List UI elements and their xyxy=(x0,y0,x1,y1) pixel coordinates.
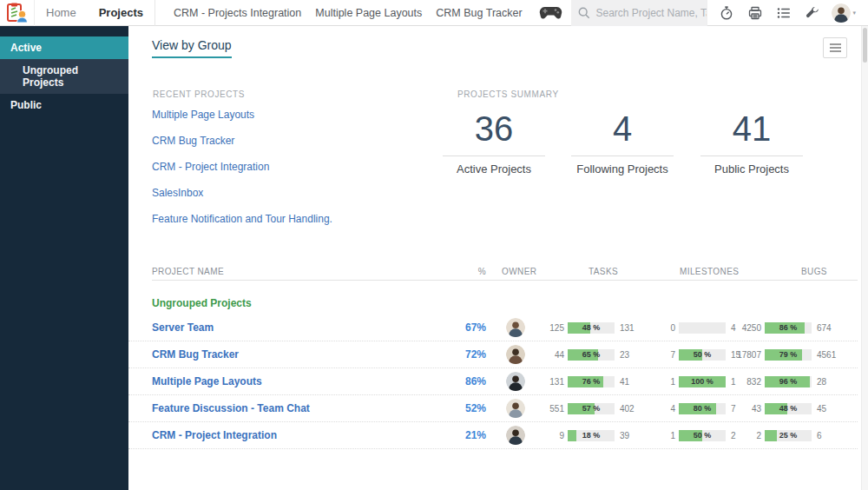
bugs-open-count: 4250 xyxy=(720,315,761,341)
owner-avatar[interactable] xyxy=(506,372,525,391)
topbar: Home Projects CRM - Projects Integration… xyxy=(0,0,868,26)
recent-link-crm-bug-tracker[interactable]: CRM Bug Tracker xyxy=(152,135,234,147)
stat-public-projects: 41 Public Projects xyxy=(682,109,821,175)
project-percent-link[interactable]: 67% xyxy=(465,321,486,334)
recent-link-salesinbox[interactable]: SalesInbox xyxy=(152,187,203,199)
tasks-open-count: 125 xyxy=(523,315,564,341)
project-group-label: Ungrouped Projects xyxy=(152,297,252,309)
tab-multiple-page-layouts[interactable]: Multiple Page Layouts xyxy=(308,0,429,26)
table-row: CRM - Project Integration 21% 9 18 % 39 … xyxy=(128,422,858,449)
tasks-progress-bar: 18 % xyxy=(568,422,615,449)
tab-crm-projects-integration[interactable]: CRM - Projects Integration xyxy=(167,0,308,26)
milestones-open-count: 0 xyxy=(635,315,675,341)
owner-avatar[interactable] xyxy=(506,399,525,418)
topbar-right: ▾ xyxy=(539,0,868,26)
bugs-progress-bar: 79 % xyxy=(765,341,812,368)
app-logo-icon[interactable] xyxy=(0,0,35,26)
user-avatar xyxy=(832,3,851,23)
recent-link-feature-notification[interactable]: Feature Notification and Tour Handling. xyxy=(152,213,332,225)
project-percent-link[interactable]: 72% xyxy=(465,348,486,361)
project-link[interactable]: CRM Bug Tracker xyxy=(152,348,239,361)
search-box xyxy=(571,0,707,26)
table-row: Feature Discussion - Team Chat 52% 551 5… xyxy=(128,395,858,422)
stat-value: 4 xyxy=(553,109,692,149)
col-header-owner: OWNER xyxy=(502,267,536,276)
stat-active-projects: 36 Active Projects xyxy=(424,109,563,175)
tasks-progress-bar: 65 % xyxy=(568,341,615,368)
bugs-progress-bar: 86 % xyxy=(765,315,812,341)
bugs-progress-bar: 96 % xyxy=(765,368,812,395)
recent-project-tabs: CRM - Projects Integration Multiple Page… xyxy=(155,0,529,26)
printer-icon[interactable] xyxy=(748,6,762,20)
tasks-progress-bar: 57 % xyxy=(568,395,615,422)
layout-menu-button[interactable] xyxy=(823,37,847,58)
stat-label: Following Projects xyxy=(553,162,692,175)
divider xyxy=(152,280,858,281)
recent-link-multiple-page-layouts[interactable]: Multiple Page Layouts xyxy=(152,109,254,121)
milestones-open-count: 1 xyxy=(635,368,675,395)
milestones-progress-bar: 50 % xyxy=(679,341,726,368)
col-header-milestones: MILESTONES xyxy=(680,267,739,276)
project-link[interactable]: Server Team xyxy=(152,321,214,334)
bugs-closed-count: 674 xyxy=(817,315,832,341)
owner-avatar[interactable] xyxy=(506,345,525,364)
divider xyxy=(571,156,674,156)
bugs-open-count: 2 xyxy=(720,422,761,449)
project-percent-link[interactable]: 52% xyxy=(465,402,486,414)
recent-link-crm-project-integration[interactable]: CRM - Project Integration xyxy=(152,161,269,173)
sidebar: Active Ungrouped Projects Public xyxy=(0,26,128,490)
timer-icon[interactable] xyxy=(720,6,733,20)
view-by-group-selector[interactable]: View by Group xyxy=(152,38,232,58)
sidebar-item-active[interactable]: Active xyxy=(0,36,128,59)
bugs-closed-count: 45 xyxy=(817,395,826,422)
nav-projects[interactable]: Projects xyxy=(88,0,155,26)
feed-icon[interactable] xyxy=(777,6,791,20)
tasks-closed-count: 402 xyxy=(620,395,635,422)
nav-home[interactable]: Home xyxy=(35,0,88,26)
tasks-closed-count: 41 xyxy=(620,368,629,395)
vertical-scrollbar[interactable] xyxy=(861,26,868,490)
gamepad-icon[interactable] xyxy=(539,6,562,19)
recent-projects-title: RECENT PROJECTS xyxy=(153,89,245,99)
stat-label: Active Projects xyxy=(424,162,563,175)
search-icon xyxy=(578,7,590,19)
table-row: CRM Bug Tracker 72% 44 65 % 23 7 50 % 15… xyxy=(128,341,858,368)
tasks-open-count: 9 xyxy=(523,422,564,449)
hamburger-icon xyxy=(830,43,841,45)
milestones-progress-bar: 100 % xyxy=(679,368,726,395)
topbar-icons xyxy=(707,0,832,26)
divider xyxy=(700,156,803,156)
project-link[interactable]: Multiple Page Layouts xyxy=(152,375,262,387)
project-percent-link[interactable]: 21% xyxy=(465,429,486,441)
tasks-open-count: 44 xyxy=(523,341,564,368)
tasks-open-count: 131 xyxy=(523,368,564,395)
sidebar-item-public[interactable]: Public xyxy=(0,94,128,116)
stat-value: 41 xyxy=(682,109,821,149)
bugs-closed-count: 4561 xyxy=(817,341,836,368)
stat-label: Public Projects xyxy=(682,162,821,175)
table-row: Server Team 67% 125 48 % 131 0 4 4250 86… xyxy=(128,315,858,341)
tab-crm-bug-tracker[interactable]: CRM Bug Tracker xyxy=(429,0,529,26)
owner-avatar[interactable] xyxy=(506,426,525,445)
tasks-progress-bar: 48 % xyxy=(568,315,615,341)
wrench-icon[interactable] xyxy=(806,6,819,20)
tasks-closed-count: 131 xyxy=(620,315,635,341)
search-input[interactable] xyxy=(595,7,707,19)
project-percent-link[interactable]: 86% xyxy=(465,375,486,387)
bugs-open-count: 832 xyxy=(720,368,761,395)
milestones-open-count: 4 xyxy=(635,395,675,422)
bugs-closed-count: 28 xyxy=(817,368,826,395)
chevron-down-icon: ▾ xyxy=(852,10,856,17)
milestones-open-count: 7 xyxy=(635,341,675,368)
milestones-progress-bar: 50 % xyxy=(679,422,726,449)
owner-avatar[interactable] xyxy=(506,318,525,337)
project-link[interactable]: Feature Discussion - Team Chat xyxy=(152,402,310,414)
user-menu[interactable]: ▾ xyxy=(832,3,856,23)
bugs-progress-bar: 25 % xyxy=(765,422,812,449)
scrollbar-thumb[interactable] xyxy=(863,28,867,63)
project-link[interactable]: CRM - Project Integration xyxy=(152,429,277,441)
milestones-progress-bar xyxy=(679,315,726,341)
col-header-project-name: PROJECT NAME xyxy=(152,267,224,276)
sidebar-item-ungrouped-projects[interactable]: Ungrouped Projects xyxy=(0,59,128,94)
stat-value: 36 xyxy=(424,109,563,149)
